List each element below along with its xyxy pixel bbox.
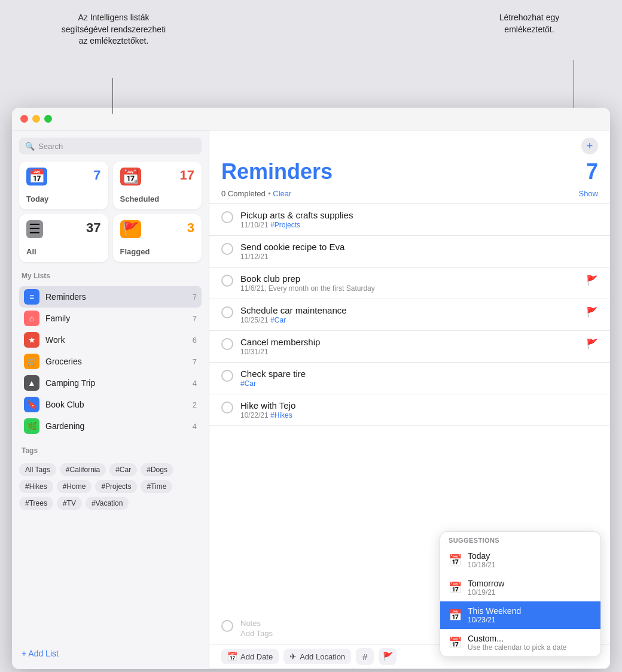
add-tag-button[interactable]: #	[356, 648, 374, 665]
reminder-circle-2[interactable]	[221, 243, 233, 255]
reminder-item-3: Book club prep 11/6/21, Every month on t…	[209, 267, 610, 299]
reminder-subtitle-3: 11/6/21, Every month on the first Saturd…	[240, 284, 579, 293]
smart-card-today[interactable]: 📅 7 Today	[19, 162, 108, 209]
reminder-item-7: Hike with Tejo 10/22/21 #Hikes	[209, 394, 610, 426]
list-name-gardening: Gardening	[45, 421, 187, 431]
reminder-subtitle-1: 11/10/21 #Projects	[240, 221, 598, 229]
smart-card-flagged[interactable]: 🚩 3 Flagged	[113, 214, 202, 262]
smart-card-all[interactable]: ☰ 37 All	[19, 214, 108, 262]
reminder-subtitle-2: 11/12/21	[240, 253, 598, 261]
reminder-tag-4[interactable]: #Car	[270, 316, 286, 324]
reminder-circle-1[interactable]	[221, 211, 233, 223]
fullscreen-button[interactable]	[44, 115, 52, 123]
clear-button[interactable]: Clear	[273, 189, 291, 198]
list-icon-gardening: 🌿	[24, 418, 39, 434]
add-list-button[interactable]: + Add List	[19, 645, 202, 662]
add-location-button[interactable]: ✈ Add Location	[283, 649, 351, 664]
suggestion-item-1[interactable]: 📅 Tomorrow 10/19/21	[440, 574, 600, 601]
reminder-body-6: Check spare tire #Car	[240, 369, 598, 388]
callout-line-right	[574, 60, 574, 108]
add-reminder-button[interactable]: +	[581, 138, 598, 154]
list-name-camping: Camping Trip	[45, 378, 187, 388]
smart-card-count-today: 7	[93, 168, 100, 183]
location-icon: ✈	[289, 652, 297, 661]
reminder-subtitle-5: 10/31/21	[240, 348, 579, 356]
reminder-item-1: Pickup arts & crafts supplies 11/10/21 #…	[209, 204, 610, 236]
reminder-title-2: Send cookie recipe to Eva	[240, 242, 598, 252]
reminder-tag-7[interactable]: #Hikes	[270, 411, 292, 419]
completed-row: 0 Completed • Clear Show	[209, 187, 610, 204]
detail-title: Reminders	[221, 159, 333, 184]
suggestion-text-3: Custom... Use the calendar to pick a dat…	[468, 634, 566, 652]
list-name-bookclub: Book Club	[45, 400, 187, 409]
reminder-circle-6[interactable]	[221, 370, 233, 382]
list-count-work: 6	[193, 336, 197, 345]
smart-card-count-scheduled: 17	[180, 168, 194, 183]
sidebar-item-groceries[interactable]: 🛒 Groceries 7	[19, 351, 202, 372]
suggestion-item-0[interactable]: 📅 Today 10/18/21	[440, 546, 600, 574]
search-icon: 🔍	[25, 142, 35, 151]
add-location-label: Add Location	[300, 652, 345, 661]
sidebar-item-work[interactable]: ★ Work 6	[19, 329, 202, 351]
list-name-work: Work	[45, 335, 187, 345]
tag-chip-dogs[interactable]: #Dogs	[141, 463, 173, 476]
callout-right: Létrehozhat egy emlékeztetőt.	[484, 12, 574, 35]
detail-title-row: Reminders 7	[209, 157, 610, 187]
smart-card-icon-scheduled: 📆	[120, 168, 141, 186]
tags-section-title: Tags	[19, 446, 202, 455]
suggestion-cal-icon-1: 📅	[449, 581, 462, 594]
reminder-circle-7[interactable]	[221, 402, 233, 413]
sidebar-item-family[interactable]: ⌂ Family 7	[19, 308, 202, 329]
suggestion-title-3: Custom...	[468, 634, 566, 643]
sidebar-item-camping[interactable]: ▲ Camping Trip 4	[19, 372, 202, 394]
close-button[interactable]	[20, 115, 28, 123]
reminder-title-3: Book club prep	[240, 273, 579, 284]
suggestions-container: 📅 Today 10/18/21 📅 Tomorrow 10/19/21 📅 T…	[440, 546, 600, 656]
tag-chip-home[interactable]: #Home	[57, 480, 92, 493]
list-icon-family: ⌂	[24, 311, 39, 326]
tag-chip-tv[interactable]: #TV	[57, 497, 82, 510]
completed-info: 0 Completed • Clear	[221, 188, 291, 199]
reminder-subtitle-6: #Car	[240, 379, 598, 388]
minimize-button[interactable]	[32, 115, 40, 123]
smart-card-scheduled[interactable]: 📆 17 Scheduled	[113, 162, 202, 209]
reminder-item-4: Schedule car maintenance 10/25/21 #Car 🚩	[209, 299, 610, 331]
tag-chip-vacation[interactable]: #Vacation	[86, 497, 129, 510]
suggestion-title-1: Tomorrow	[468, 579, 504, 588]
suggestion-item-2[interactable]: 📅 This Weekend 10/23/21	[440, 601, 600, 629]
list-name-family: Family	[45, 314, 187, 323]
sidebar-item-reminders[interactable]: ≡ Reminders 7	[19, 286, 202, 308]
search-bar[interactable]: 🔍 Search	[19, 138, 202, 154]
smart-card-icon-today: 📅	[26, 168, 47, 186]
tag-chip-time[interactable]: #Time	[141, 480, 172, 493]
tag-chip-all tags[interactable]: All Tags	[19, 463, 56, 476]
add-date-button[interactable]: 📅 Add Date	[221, 649, 279, 664]
reminder-subtitle-7: 10/22/21 #Hikes	[240, 411, 598, 419]
tag-chip-trees[interactable]: #Trees	[19, 497, 53, 510]
reminder-body-4: Schedule car maintenance 10/25/21 #Car	[240, 305, 579, 324]
reminder-tag-1[interactable]: #Projects	[270, 221, 300, 229]
tag-chip-hikes[interactable]: #Hikes	[19, 480, 53, 493]
show-button[interactable]: Show	[578, 189, 598, 198]
tag-chip-car[interactable]: #Car	[109, 463, 137, 476]
add-flag-button[interactable]: 🚩	[379, 648, 397, 665]
suggestion-text-0: Today 10/18/21	[468, 551, 496, 569]
smart-card-icon-all: ☰	[26, 220, 43, 238]
plus-icon: +	[587, 140, 593, 153]
reminder-tag-6[interactable]: #Car	[240, 379, 256, 388]
reminder-circle-3[interactable]	[221, 275, 233, 287]
sidebar-item-bookclub[interactable]: 🔖 Book Club 2	[19, 394, 202, 415]
reminder-circle-5[interactable]	[221, 338, 233, 350]
tag-chip-california[interactable]: #California	[60, 463, 106, 476]
tag-chip-projects[interactable]: #Projects	[95, 480, 137, 493]
sidebar-item-gardening[interactable]: 🌿 Gardening 4	[19, 415, 202, 437]
add-date-label: Add Date	[240, 652, 273, 661]
smart-card-label-flagged: Flagged	[120, 247, 150, 256]
list-count-family: 7	[193, 314, 197, 323]
suggestion-item-3[interactable]: 📅 Custom... Use the calendar to pick a d…	[440, 629, 600, 656]
smart-grid: 📅 7 Today 📆 17 Scheduled ☰ 37 All 🚩 3 Fl…	[19, 162, 202, 262]
new-reminder-circle[interactable]	[221, 620, 233, 632]
reminder-title-5: Cancel membership	[240, 337, 579, 347]
suggestion-cal-icon-0: 📅	[449, 554, 462, 567]
reminder-circle-4[interactable]	[221, 306, 233, 318]
